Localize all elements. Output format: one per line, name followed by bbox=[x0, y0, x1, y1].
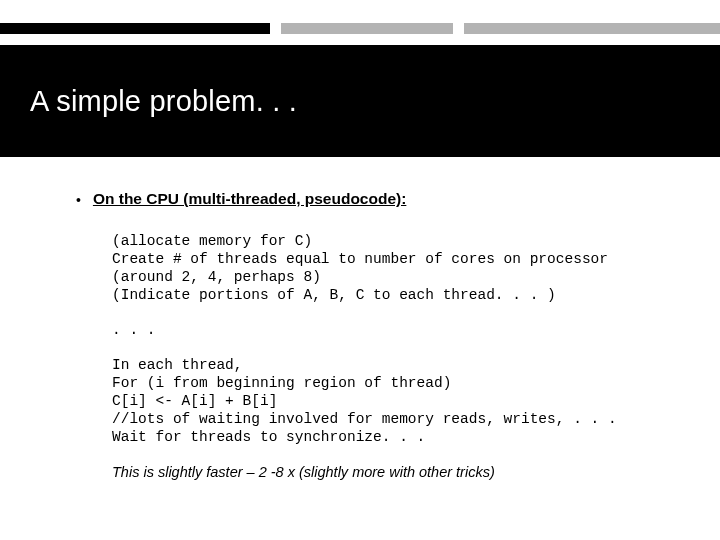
footnote: This is slightly faster – 2 -8 x (slight… bbox=[112, 464, 682, 480]
code-block-1: (allocate memory for C) Create # of thre… bbox=[112, 232, 682, 304]
bullet-row: • On the CPU (multi-threaded, pseudocode… bbox=[72, 190, 682, 210]
ellipsis: . . . bbox=[112, 322, 682, 338]
bar-gap bbox=[270, 23, 281, 34]
bullet-text: On the CPU (multi-threaded, pseudocode): bbox=[93, 190, 406, 208]
bar-segment-black bbox=[0, 23, 270, 34]
title-band: A simple problem. . . bbox=[0, 45, 720, 157]
slide: A simple problem. . . • On the CPU (mult… bbox=[0, 0, 720, 540]
slide-title: A simple problem. . . bbox=[30, 85, 297, 118]
bar-segment-gray-1 bbox=[281, 23, 453, 34]
bar-gap bbox=[453, 23, 464, 34]
bar-segment-gray-2 bbox=[464, 23, 720, 34]
bullet-marker: • bbox=[76, 190, 81, 210]
content-area: • On the CPU (multi-threaded, pseudocode… bbox=[72, 190, 682, 480]
code-block-2: In each thread, For (i from beginning re… bbox=[112, 356, 682, 446]
top-accent-bar bbox=[0, 23, 720, 34]
